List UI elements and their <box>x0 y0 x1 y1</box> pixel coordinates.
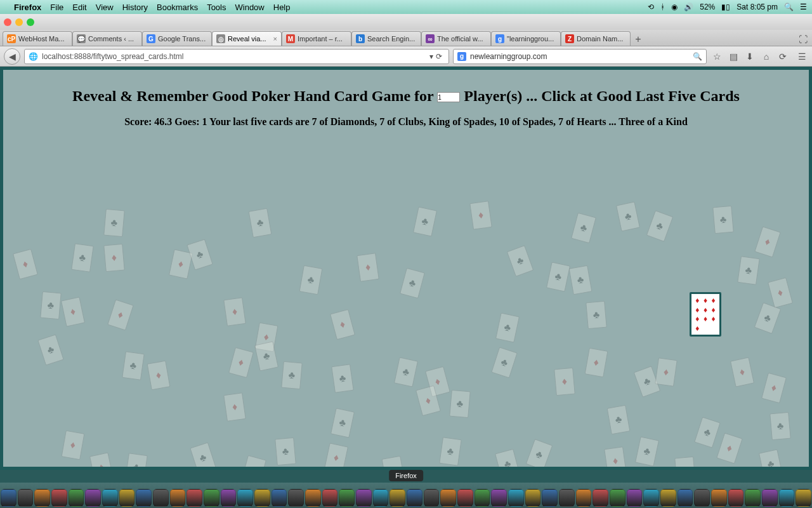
players-count-input[interactable] <box>437 92 460 102</box>
dock-app-icon[interactable] <box>322 489 338 507</box>
dock-app-icon[interactable] <box>440 489 456 507</box>
playing-card[interactable]: ♦ <box>754 226 781 257</box>
dock-app-icon[interactable] <box>762 489 778 507</box>
browser-tab[interactable]: MImportant – r... <box>282 31 351 46</box>
dock-app-icon[interactable] <box>204 489 219 507</box>
dock-app-icon[interactable] <box>102 489 118 507</box>
dock-app-icon[interactable] <box>745 489 761 507</box>
dock-app-icon[interactable] <box>542 489 558 507</box>
playing-card[interactable]: ♣ <box>439 437 462 466</box>
search-go-icon[interactable]: 🔍 <box>693 52 702 61</box>
playing-card[interactable]: ♣ <box>281 361 303 389</box>
playing-card[interactable]: ♦ <box>382 456 405 470</box>
dock-app-icon[interactable] <box>627 489 643 507</box>
dock-app-icon[interactable] <box>237 489 253 507</box>
playing-card[interactable]: ♦ <box>674 457 696 470</box>
dock-app-icon[interactable] <box>491 489 507 507</box>
playing-card[interactable]: ♣ <box>616 201 640 231</box>
wifi-icon[interactable]: ◉ <box>671 3 678 11</box>
dock-app-icon[interactable] <box>136 489 152 507</box>
dock-app-icon[interactable] <box>424 489 440 507</box>
playing-card[interactable]: ♣ <box>571 213 596 243</box>
playing-card[interactable]: ♦ <box>716 432 743 464</box>
menu-view[interactable]: View <box>96 3 114 12</box>
volume-icon[interactable]: 🔊 <box>684 3 693 11</box>
browser-tab[interactable]: bSearch Engin... <box>351 31 421 46</box>
playing-card[interactable]: ♣ <box>569 265 593 295</box>
back-button[interactable]: ◀ <box>4 48 20 65</box>
browser-tab[interactable]: cPWebHost Ma... <box>3 31 72 46</box>
playing-card[interactable]: ♦ <box>89 452 114 470</box>
playing-card[interactable]: ♦ <box>223 392 246 422</box>
dock-app-icon[interactable] <box>119 489 135 507</box>
bookmark-star-icon[interactable]: ☆ <box>710 50 723 63</box>
dock-app-icon[interactable] <box>288 489 304 507</box>
browser-tab[interactable]: 💬Comments ‹ ... <box>72 31 142 46</box>
playing-card[interactable]: ♦ <box>604 446 627 470</box>
battery-icon[interactable]: ▮▯ <box>721 3 730 11</box>
dock-app-icon[interactable] <box>305 489 321 507</box>
url-bar[interactable]: 🌐 localhost:8888/fiftytwo_spread_cards.h… <box>24 49 449 64</box>
browser-tab[interactable]: g"learninggrou... <box>491 31 561 46</box>
playing-card[interactable]: ♦ <box>357 253 379 282</box>
playing-card[interactable]: ♣ <box>737 256 760 285</box>
app-menu[interactable]: Firefox <box>14 3 41 12</box>
dock-app-icon[interactable] <box>694 489 710 507</box>
browser-tab[interactable]: GGoogle Trans... <box>142 31 212 46</box>
reload-button[interactable]: ⟳ <box>433 52 445 61</box>
playing-card[interactable]: ♣ <box>249 208 272 238</box>
dock-app-icon[interactable] <box>85 489 101 507</box>
time-machine-icon[interactable]: ⟲ <box>648 3 654 11</box>
dock-app-icon[interactable] <box>678 489 693 507</box>
dock-app-icon[interactable] <box>390 489 405 507</box>
dock-app-icon[interactable] <box>508 489 524 507</box>
playing-card[interactable]: ♦ <box>228 347 254 378</box>
playing-card[interactable]: ♣ <box>449 390 471 418</box>
fullscreen-icon[interactable]: ⛶ <box>797 33 809 46</box>
playing-card[interactable]: ♦ <box>103 244 125 272</box>
spotlight-icon[interactable]: 🔍 <box>784 3 794 11</box>
dock-app-icon[interactable] <box>221 489 237 507</box>
sync-icon[interactable]: ⟳ <box>776 50 789 63</box>
tab-close-icon[interactable]: × <box>273 35 277 43</box>
search-bar[interactable]: g newlearninggroup.com 🔍 <box>453 49 707 64</box>
playing-card[interactable]: ♣ <box>759 449 783 470</box>
browser-tab[interactable]: ∞The official w... <box>421 31 491 46</box>
playing-card[interactable]: ♦ <box>147 361 171 391</box>
dock-app-icon[interactable] <box>643 489 659 507</box>
playing-card[interactable]: ♣ <box>694 417 721 448</box>
menu-file[interactable]: File <box>50 3 63 12</box>
dock-app-icon[interactable] <box>576 489 592 507</box>
playing-card[interactable]: ♣ <box>607 405 631 435</box>
dock-app-icon[interactable] <box>51 489 67 507</box>
playing-card[interactable]: ♣ <box>190 442 216 470</box>
playing-card[interactable]: ♣ <box>71 243 94 272</box>
window-zoom-button[interactable] <box>27 18 34 26</box>
dock-app-icon[interactable] <box>559 489 575 507</box>
dock-app-icon[interactable] <box>593 489 608 507</box>
menu-window[interactable]: Window <box>235 3 265 12</box>
notification-center-icon[interactable]: ☰ <box>800 3 807 11</box>
playing-card[interactable]: ♣ <box>122 351 145 380</box>
playing-card[interactable]: ♦ <box>554 368 575 396</box>
playing-card[interactable]: ♣ <box>635 436 659 466</box>
playing-card[interactable]: ♣ <box>712 206 734 234</box>
playing-card[interactable]: ♦ <box>761 373 787 403</box>
playing-card[interactable]: ♦ <box>61 297 85 326</box>
dock-app-icon[interactable] <box>796 489 811 507</box>
dock-app-icon[interactable] <box>610 489 625 507</box>
highlighted-card[interactable]: ♦♦♦♦♦♦♦♦♦♦ <box>690 292 721 337</box>
playing-card[interactable]: ♣ <box>103 209 125 237</box>
dock-app-icon[interactable] <box>187 489 202 507</box>
playing-card[interactable]: ♣ <box>586 301 607 329</box>
playing-card[interactable]: ♣ <box>400 268 425 298</box>
browser-tab[interactable]: ◎Reveal via...× <box>212 31 282 46</box>
playing-card[interactable]: ♦ <box>730 357 754 387</box>
window-titlebar[interactable] <box>0 14 812 30</box>
playing-card[interactable]: ♦ <box>107 299 134 330</box>
dock-app-icon[interactable] <box>779 489 795 507</box>
playing-card[interactable]: ♦ <box>223 297 246 326</box>
playing-card[interactable]: ♦ <box>330 309 355 340</box>
playing-card[interactable]: ♣ <box>331 408 355 438</box>
dock-app-icon[interactable] <box>660 489 676 507</box>
